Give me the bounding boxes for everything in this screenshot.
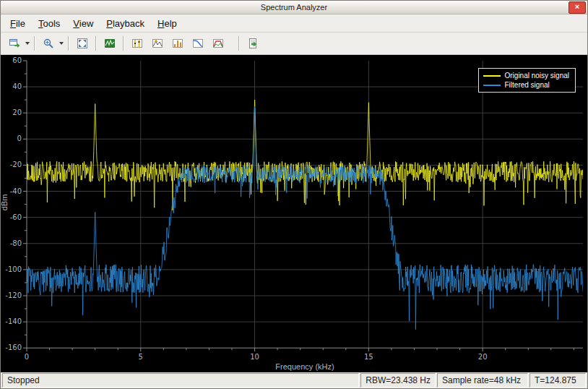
spectrum-settings-button[interactable] (100, 34, 119, 53)
legend-item: Original noisy signal (483, 71, 570, 80)
menu-tools[interactable]: Tools (32, 16, 66, 31)
menu-view[interactable]: View (66, 16, 100, 31)
ccdf-measurements-button[interactable] (189, 34, 207, 53)
svg-text:-100: -100 (5, 265, 22, 273)
send-report-icon (247, 38, 259, 49)
chevron-down-icon (25, 42, 30, 45)
window-title: Spectrum Analyzer (1, 3, 587, 12)
peak-finder-icon (152, 38, 163, 49)
cursor-measurements-icon (131, 38, 143, 49)
export-display-button[interactable] (5, 34, 24, 53)
toolbar-separator (34, 36, 35, 51)
spectral-mask-icon (212, 38, 224, 49)
window-export-icon (9, 38, 20, 49)
zoom-icon (43, 38, 54, 49)
svg-text:0: 0 (25, 353, 29, 361)
x-axis-label: Frequency (kHz) (275, 362, 334, 371)
status-rbw: RBW=23.438 Hz (360, 373, 436, 388)
svg-text:40: 40 (12, 82, 22, 90)
menu-bar: File Tools View Playback Help (1, 14, 587, 33)
fit-to-view-icon (77, 38, 88, 49)
menu-file[interactable]: File (4, 16, 32, 31)
send-report-button[interactable] (243, 34, 262, 53)
legend-label: Filtered signal (505, 81, 550, 89)
spectrum-settings-icon (104, 38, 116, 49)
cursor-measurements-button[interactable] (128, 34, 147, 53)
close-button[interactable]: × (568, 1, 586, 14)
svg-text:60: 60 (12, 56, 22, 64)
chevron-down-icon (59, 42, 64, 45)
toolbar-separator (95, 36, 97, 51)
svg-text:10: 10 (250, 353, 259, 361)
legend-line-sample (483, 85, 501, 86)
export-dropdown[interactable] (23, 35, 31, 51)
plot-canvas[interactable]: 051015206040200-20-40-60-80-100-120-140-… (1, 55, 587, 372)
svg-text:-60: -60 (10, 213, 22, 221)
status-sample-rate: Sample rate=48 kHz (437, 373, 528, 388)
svg-text:0: 0 (17, 134, 22, 142)
toolbar-separator (238, 36, 240, 51)
spectrum-analyzer-window: Spectrum Analyzer × File Tools View Play… (0, 0, 588, 389)
menu-playback[interactable]: Playback (100, 16, 151, 31)
toolbar-separator (68, 36, 69, 51)
status-time: T=124.875 (529, 373, 586, 388)
status-message: Stopped (2, 373, 359, 388)
peak-finder-button[interactable] (148, 34, 167, 53)
zoom-button[interactable] (39, 34, 58, 53)
distortion-measurements-icon (172, 38, 183, 49)
spectral-mask-button[interactable] (209, 34, 228, 53)
svg-text:-120: -120 (5, 291, 22, 299)
distortion-measurements-button[interactable] (168, 34, 187, 53)
svg-text:20: 20 (12, 108, 22, 116)
svg-text:-160: -160 (5, 343, 22, 351)
legend[interactable]: Original noisy signal Filtered signal (478, 68, 576, 93)
title-bar[interactable]: Spectrum Analyzer × (1, 1, 587, 14)
toolbar-separator (123, 36, 124, 51)
status-bar: Stopped RBW=23.438 Hz Sample rate=48 kHz… (1, 372, 587, 388)
legend-line-sample (483, 75, 501, 77)
menu-help[interactable]: Help (151, 16, 183, 31)
toolbar (1, 33, 587, 55)
legend-label: Original noisy signal (505, 72, 570, 80)
svg-text:-140: -140 (5, 317, 22, 325)
legend-item: Filtered signal (483, 80, 570, 90)
ccdf-measurements-icon (192, 38, 204, 49)
spectrum-plot[interactable]: 051015206040200-20-40-60-80-100-120-140-… (1, 55, 587, 372)
svg-text:15: 15 (364, 353, 373, 361)
svg-text:-80: -80 (10, 239, 22, 247)
svg-text:20: 20 (478, 353, 488, 361)
zoom-dropdown[interactable] (57, 35, 65, 51)
fit-to-view-button[interactable] (73, 34, 92, 53)
svg-text:-20: -20 (10, 161, 22, 168)
svg-text:5: 5 (139, 353, 143, 361)
svg-text:-40: -40 (10, 187, 22, 195)
y-axis-label: dBm (0, 194, 9, 211)
